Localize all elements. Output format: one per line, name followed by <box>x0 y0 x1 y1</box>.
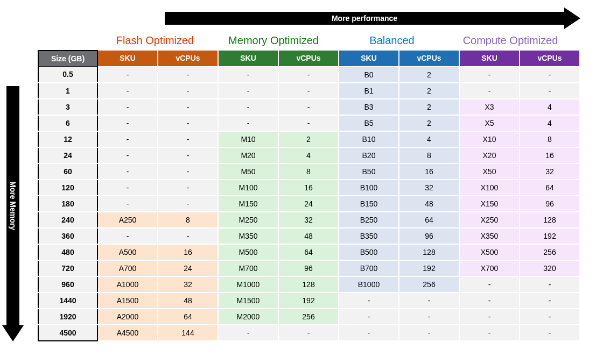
tier-labels-row: Flash Optimized Memory Optimized Balance… <box>38 31 580 50</box>
tier-label-compute: Compute Optimized <box>451 31 570 50</box>
cell-balanced-sku: B3 <box>339 99 399 115</box>
cell-memory-sku: M100 <box>218 180 278 196</box>
cell-balanced-vcpu: - <box>399 292 459 309</box>
table-row: 1----B12-- <box>38 83 580 99</box>
more-performance-arrow: More performance <box>165 11 580 26</box>
cell-memory-sku: - <box>218 67 278 83</box>
cell-balanced-sku: B500 <box>339 244 399 260</box>
cell-flash-vcpu: 32 <box>158 276 218 292</box>
cell-memory-sku: M350 <box>218 228 278 244</box>
cell-balanced-vcpu: 32 <box>399 180 459 196</box>
cell-compute-vcpu: - <box>520 292 580 309</box>
cell-compute-vcpu: 16 <box>520 147 580 163</box>
cell-memory-vcpu: 48 <box>278 228 339 244</box>
more-memory-arrow: More Memory <box>5 86 20 341</box>
cell-balanced-vcpu: - <box>399 309 459 325</box>
table-row: 0.5----B02-- <box>38 67 580 83</box>
table-row: 1440A150048M1500192---- <box>38 292 580 309</box>
cell-compute-sku: X3 <box>459 99 520 115</box>
cell-size: 12 <box>38 131 97 147</box>
cell-size: 480 <box>38 244 97 260</box>
cell-flash-sku: - <box>97 147 158 163</box>
col-balanced-sku: SKU <box>339 51 399 67</box>
cell-flash-vcpu: 8 <box>158 212 218 228</box>
cell-compute-sku: X350 <box>459 228 520 244</box>
cell-balanced-sku: B350 <box>339 228 399 244</box>
cell-memory-sku: - <box>218 99 278 115</box>
table-row: 4500A4500144------ <box>38 325 580 341</box>
cell-compute-vcpu: 4 <box>520 115 580 131</box>
cell-compute-sku: - <box>459 276 520 292</box>
cell-compute-sku: - <box>459 67 520 83</box>
tier-label-balanced: Balanced <box>333 31 451 50</box>
cell-compute-vcpu: 8 <box>520 131 580 147</box>
cell-memory-sku: M250 <box>218 212 278 228</box>
arrow-right-icon <box>564 8 580 29</box>
cell-balanced-vcpu: 8 <box>399 147 459 163</box>
col-flash-sku: SKU <box>97 51 158 67</box>
cell-balanced-sku: - <box>339 292 399 309</box>
cell-memory-vcpu: - <box>278 325 339 341</box>
cell-compute-sku: X100 <box>459 180 520 196</box>
cell-balanced-vcpu: 2 <box>399 67 459 83</box>
table-row: 120--M10016B10032X10064 <box>38 180 580 196</box>
cell-flash-vcpu: - <box>158 67 218 83</box>
table-row: 1920A200064M2000256---- <box>38 309 580 325</box>
table-row: 240A2508M25032B25064X250128 <box>38 212 580 228</box>
table-row: 3----B32X34 <box>38 99 580 115</box>
cell-flash-sku: - <box>97 115 158 131</box>
cell-flash-vcpu: - <box>158 99 218 115</box>
cell-flash-sku: - <box>97 196 158 212</box>
arrow-down-icon <box>2 325 24 341</box>
cell-size: 0.5 <box>38 67 97 83</box>
cell-memory-sku: - <box>218 115 278 131</box>
cell-memory-vcpu: 8 <box>278 163 339 180</box>
cell-size: 720 <box>38 260 97 276</box>
col-memory-sku: SKU <box>218 51 278 67</box>
cell-compute-vcpu: - <box>520 83 580 99</box>
cell-flash-sku: A4500 <box>97 325 158 341</box>
cell-balanced-sku: B250 <box>339 212 399 228</box>
cell-balanced-vcpu: 2 <box>399 115 459 131</box>
cell-compute-sku: - <box>459 309 520 325</box>
more-performance-label: More performance <box>165 12 564 25</box>
cell-compute-vcpu: - <box>520 309 580 325</box>
cell-compute-vcpu: 64 <box>520 180 580 196</box>
cell-flash-sku: - <box>97 228 158 244</box>
cell-compute-vcpu: 320 <box>520 260 580 276</box>
table-row: 960A100032M1000128B1000256-- <box>38 276 580 292</box>
cell-flash-sku: - <box>97 83 158 99</box>
cell-compute-vcpu: 192 <box>520 228 580 244</box>
table-row: 60--M508B5016X5032 <box>38 163 580 180</box>
cell-balanced-vcpu: - <box>399 325 459 341</box>
cell-size: 360 <box>38 228 97 244</box>
cell-balanced-sku: B150 <box>339 196 399 212</box>
cell-compute-sku: - <box>459 292 520 309</box>
cell-memory-vcpu: 4 <box>278 147 339 163</box>
cell-memory-sku: M2000 <box>218 309 278 325</box>
cell-size: 960 <box>38 276 97 292</box>
cell-memory-vcpu: - <box>278 83 339 99</box>
table-row: 720A70024M70096B700192X700320 <box>38 260 580 276</box>
cell-flash-vcpu: - <box>158 115 218 131</box>
cell-balanced-vcpu: 128 <box>399 244 459 260</box>
tier-label-flash: Flash Optimized <box>96 31 214 50</box>
cell-balanced-vcpu: 96 <box>399 228 459 244</box>
col-size: Size (GB) <box>38 51 97 67</box>
sku-table: Size (GB) SKU vCPUs SKU vCPUs SKU vCPUs … <box>38 50 580 341</box>
cell-flash-vcpu: - <box>158 131 218 147</box>
cell-flash-sku: A250 <box>97 212 158 228</box>
cell-flash-sku: A1000 <box>97 276 158 292</box>
cell-balanced-sku: B100 <box>339 180 399 196</box>
cell-balanced-vcpu: 2 <box>399 99 459 115</box>
cell-flash-vcpu: 16 <box>158 244 218 260</box>
cell-size: 3 <box>38 99 97 115</box>
cell-flash-vcpu: - <box>158 83 218 99</box>
cell-memory-sku: M1500 <box>218 292 278 309</box>
cell-memory-vcpu: 32 <box>278 212 339 228</box>
cell-memory-sku: M10 <box>218 131 278 147</box>
table-row: 180--M15024B15048X15096 <box>38 196 580 212</box>
table-row: 480A50016M50064B500128X500256 <box>38 244 580 260</box>
cell-compute-sku: X10 <box>459 131 520 147</box>
cell-size: 24 <box>38 147 97 163</box>
